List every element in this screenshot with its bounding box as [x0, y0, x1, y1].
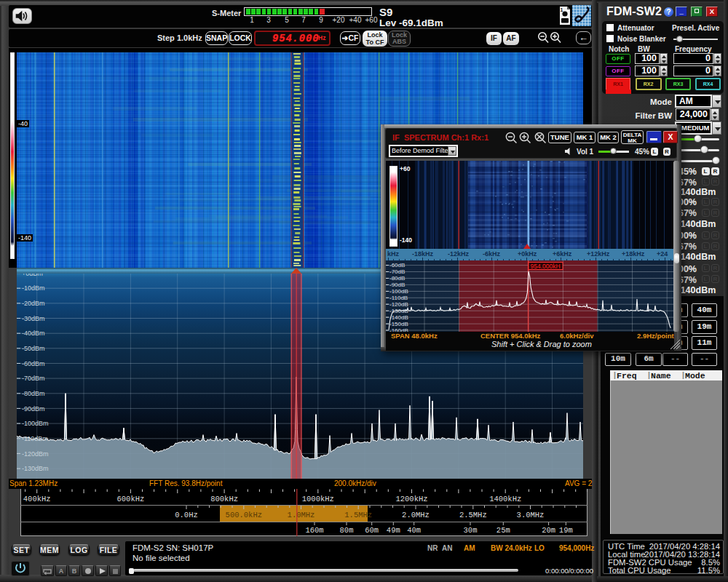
svg-text:1.5MHz: 1.5MHz: [344, 511, 372, 519]
svg-text:-80dB: -80dB: [389, 275, 405, 282]
svg-text:40m: 40m: [407, 526, 421, 535]
svg-text:1400kHz: 1400kHz: [489, 495, 521, 503]
svg-text:-70dBm: -70dBm: [22, 375, 45, 382]
svg-text:-60dB: -60dB: [389, 262, 405, 268]
svg-text:-120dBm: -120dBm: [22, 450, 49, 458]
svg-text:25m: 25m: [496, 526, 510, 535]
svg-text:2.5MHz: 2.5MHz: [459, 511, 487, 519]
svg-text:-140dB: -140dB: [389, 314, 408, 321]
svg-text:-110dBm: -110dBm: [22, 435, 48, 442]
svg-text:1200kHz: 1200kHz: [395, 495, 427, 503]
svg-text:160m: 160m: [305, 526, 323, 535]
svg-text:2.0MHz: 2.0MHz: [402, 511, 430, 519]
svg-text:-120dB: -120dB: [389, 301, 408, 308]
svg-text:-70dB: -70dB: [389, 268, 405, 275]
svg-text:49m: 49m: [387, 526, 400, 535]
svg-text:-30dBm: -30dBm: [22, 315, 45, 322]
svg-text:-40dBm: -40dBm: [22, 330, 45, 337]
svg-text:0.0Hz: 0.0Hz: [175, 511, 198, 519]
svg-text:-150dB: -150dB: [389, 321, 408, 327]
svg-text:1: 1: [561, 7, 563, 12]
svg-text:-10dBm: -10dBm: [22, 284, 45, 292]
svg-text:-130dBm: -130dBm: [22, 465, 49, 472]
svg-text:1000kHz: 1000kHz: [302, 495, 334, 503]
svg-text:-130dB: -130dB: [389, 308, 408, 314]
svg-text:800kHz: 800kHz: [210, 495, 238, 503]
svg-text:19m: 19m: [559, 526, 573, 535]
svg-text:-80dBm: -80dBm: [22, 390, 45, 397]
svg-text:-20dBm: -20dBm: [22, 300, 45, 307]
svg-text:30m: 30m: [464, 526, 478, 535]
svg-text:954.000kH: 954.000kH: [531, 263, 561, 270]
svg-text:20m: 20m: [542, 526, 555, 535]
svg-text:-110dB: -110dB: [389, 295, 408, 301]
svg-text:-50dBm: -50dBm: [22, 345, 45, 352]
svg-text:3.0MHz: 3.0MHz: [517, 511, 545, 519]
svg-text:-100dB: -100dB: [389, 288, 408, 295]
svg-text:80m: 80m: [340, 526, 354, 535]
svg-text:1.0MHz: 1.0MHz: [288, 511, 315, 519]
svg-text:-90dBm: -90dBm: [22, 405, 45, 412]
svg-text:400kHz: 400kHz: [23, 495, 51, 503]
svg-text:-90dB: -90dB: [389, 282, 405, 288]
svg-text:500.0kHz: 500.0kHz: [226, 511, 262, 519]
svg-text:60m: 60m: [365, 526, 379, 535]
svg-text:-60dBm: -60dBm: [22, 360, 45, 367]
svg-text:+0dBm: +0dBm: [22, 274, 43, 277]
svg-text:600kHz: 600kHz: [116, 495, 144, 503]
svg-text:-100dBm: -100dBm: [22, 420, 49, 427]
